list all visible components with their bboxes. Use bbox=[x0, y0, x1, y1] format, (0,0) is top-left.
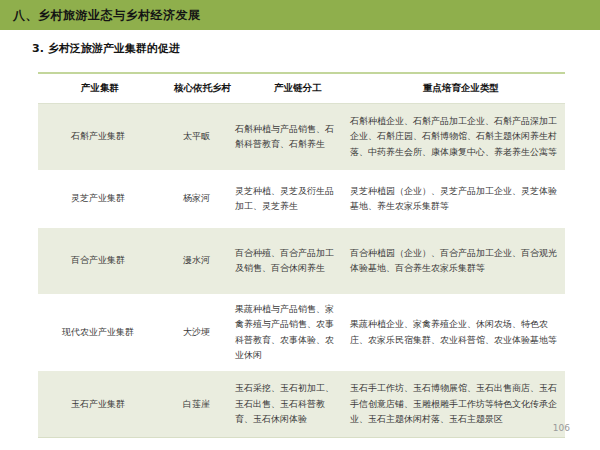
cell-chain: 百合种殖、百合产品加工及销售、百合休闲养生 bbox=[235, 228, 345, 294]
cell-enterprises: 百合种植园（企业）、百合产品加工企业、百合观光体验基地、百合养生农家乐集群等 bbox=[345, 228, 565, 294]
cell-village: 大沙埂 bbox=[158, 294, 235, 371]
slide-title: 八、乡村旅游业态与乡村经济发展 bbox=[0, 7, 201, 24]
cell-chain: 果蔬种植与产品销售、家禽养殖与产品销售、农事科普教育、农事体验、农业休闲 bbox=[235, 294, 345, 371]
cell-enterprises: 灵芝种植园（企业）、灵芝产品加工企业、灵芝体验基地、养生农家乐集群等 bbox=[345, 170, 565, 228]
column-header-village: 核心依托乡村 bbox=[162, 74, 243, 103]
cell-cluster: 现代农业产业集群 bbox=[38, 294, 158, 371]
cell-chain: 石斛种植与产品销售、石斛科普教育、石斛养生 bbox=[235, 104, 345, 170]
table-row: 百合产业集群 漫水河 百合种殖、百合产品加工及销售、百合休闲养生 百合种植园（企… bbox=[38, 228, 565, 294]
cell-village: 太平畈 bbox=[158, 104, 235, 170]
table-row: 玉石产业集群 白莲崖 玉石采挖、玉石初加工、玉石出售、玉石科普教育、玉石休闲体验… bbox=[38, 371, 565, 437]
cell-enterprises: 石斛种植企业、石斛产品加工企业、石斛产品深加工企业、石斛庄园、石斛博物馆、石斛主… bbox=[345, 104, 565, 170]
section-subtitle: 3. 乡村泛旅游产业集群的促进 bbox=[32, 41, 180, 56]
cell-chain: 玉石采挖、玉石初加工、玉石出售、玉石科普教育、玉石休闲体验 bbox=[235, 371, 345, 437]
table-row: 石斛产业集群 太平畈 石斛种植与产品销售、石斛科普教育、石斛养生 石斛种植企业、… bbox=[38, 104, 565, 170]
slide-title-bar: 八、乡村旅游业态与乡村经济发展 bbox=[0, 0, 600, 30]
cell-enterprises: 玉石手工作坊、玉石博物展馆、玉石出售商店、玉石手信创意店铺、玉雕根雕手工作坊等特… bbox=[345, 371, 565, 437]
page-number: 106 bbox=[553, 423, 570, 433]
slide: 八、乡村旅游业态与乡村经济发展 3. 乡村泛旅游产业集群的促进 产业集群 核心依… bbox=[0, 0, 600, 450]
cell-cluster: 百合产业集群 bbox=[38, 228, 158, 294]
column-header-enterprises: 重点培育企业类型 bbox=[356, 74, 565, 103]
cell-cluster: 灵芝产业集群 bbox=[38, 170, 158, 228]
cell-village: 杨家河 bbox=[158, 170, 235, 228]
cell-cluster: 玉石产业集群 bbox=[38, 371, 158, 437]
column-header-cluster: 产业集群 bbox=[38, 74, 162, 103]
table-row: 灵芝产业集群 杨家河 灵芝种植、灵芝及衍生品加工、灵芝养生 灵芝种植园（企业）、… bbox=[38, 170, 565, 228]
cell-chain: 灵芝种植、灵芝及衍生品加工、灵芝养生 bbox=[235, 170, 345, 228]
table-row: 现代农业产业集群 大沙埂 果蔬种植与产品销售、家禽养殖与产品销售、农事科普教育、… bbox=[38, 294, 565, 371]
cell-village: 漫水河 bbox=[158, 228, 235, 294]
column-header-chain: 产业链分工 bbox=[243, 74, 356, 103]
industry-cluster-table: 产业集群 核心依托乡村 产业链分工 重点培育企业类型 石斛产业集群 太平畈 石斛… bbox=[38, 72, 565, 438]
cell-cluster: 石斛产业集群 bbox=[38, 104, 158, 170]
cell-village: 白莲崖 bbox=[158, 371, 235, 437]
cell-enterprises: 果蔬种植企业、家禽养殖企业、休闲农场、特色农庄、农家乐民宿集群、农业科普馆、农业… bbox=[345, 294, 565, 371]
table-header-row: 产业集群 核心依托乡村 产业链分工 重点培育企业类型 bbox=[38, 74, 565, 104]
